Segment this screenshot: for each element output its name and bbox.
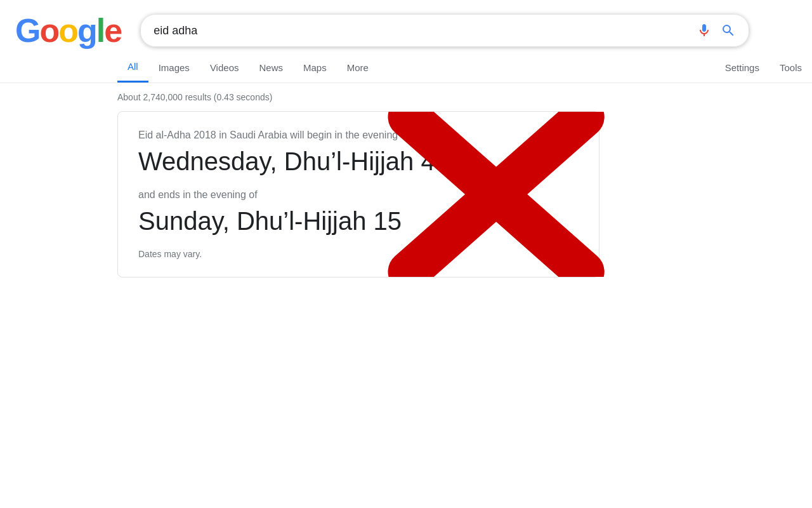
panel-date-main: Wednesday, Dhu’l-Hijjah 4 [138, 146, 579, 177]
search-icons [697, 23, 736, 38]
result-count: About 2,740,000 results (0.43 seconds) [0, 83, 812, 111]
tab-images[interactable]: Images [148, 53, 200, 82]
tab-maps[interactable]: Maps [293, 53, 337, 82]
tab-settings[interactable]: Settings [715, 53, 769, 82]
panel-note: Dates may vary. [138, 249, 579, 259]
header: Google [0, 0, 812, 50]
panel-date-secondary: Sunday, Dhu’l-Hijjah 15 [138, 206, 579, 236]
search-bar [140, 14, 749, 47]
search-input[interactable] [154, 24, 697, 37]
tab-more[interactable]: More [337, 53, 379, 82]
tab-videos[interactable]: Videos [200, 53, 249, 82]
nav-tabs: All Images Videos News Maps More Setting… [0, 52, 812, 83]
panel-subtitle: and ends in the evening of [138, 189, 579, 201]
panel-intro: Eid al-Adha 2018 in Saudi Arabia will be… [138, 130, 579, 141]
tab-all[interactable]: All [117, 52, 148, 83]
search-icon[interactable] [721, 23, 736, 38]
tab-tools[interactable]: Tools [769, 53, 812, 82]
knowledge-panel: Eid al-Adha 2018 in Saudi Arabia will be… [117, 111, 599, 277]
google-logo: Google [15, 11, 121, 50]
nav-right: Settings Tools [715, 53, 812, 82]
mic-icon[interactable] [697, 23, 712, 38]
tab-news[interactable]: News [249, 53, 293, 82]
